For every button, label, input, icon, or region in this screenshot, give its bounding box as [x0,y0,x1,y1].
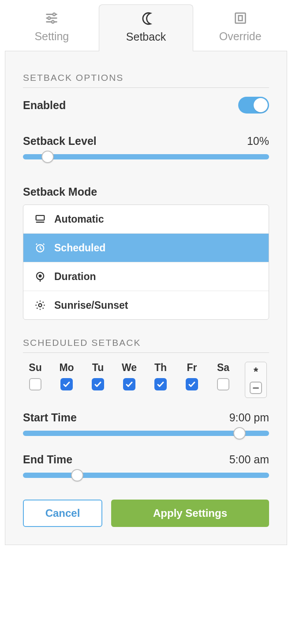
tab-override-label: Override [219,30,262,43]
mode-duration[interactable]: Duration [23,262,269,291]
svg-line-22 [43,308,44,309]
slider-track [23,473,269,478]
checkbox[interactable] [29,378,41,390]
slider-track [23,431,269,436]
mode-sunrise-sunset[interactable]: Sunrise/Sunset [23,291,269,319]
end-time-label: End Time [23,453,72,466]
start-time-slider[interactable] [23,427,269,440]
svg-point-14 [39,275,41,277]
end-time-row: End Time 5:00 am [23,453,269,466]
mode-label: Automatic [54,213,104,225]
apply-settings-button[interactable]: Apply Settings [111,500,269,527]
divider [23,352,269,353]
checkbox[interactable] [186,378,198,390]
day-label: Th [154,362,167,374]
divider [23,87,269,88]
day-su[interactable]: Su [23,362,48,390]
svg-point-1 [53,13,56,16]
mode-label: Sunrise/Sunset [54,299,128,311]
level-row: Setback Level 10% [23,135,269,148]
svg-rect-8 [36,216,45,220]
day-th[interactable]: Th [148,362,173,390]
enabled-label: Enabled [23,99,66,112]
setback-level-label: Setback Level [23,135,97,148]
tab-setback-label: Setback [126,30,166,43]
start-time-value: 9:00 pm [229,411,269,424]
tab-override[interactable]: Override [193,4,287,51]
automatic-icon [34,213,46,225]
enabled-row: Enabled [23,97,269,114]
checkbox[interactable] [154,378,167,390]
moon-icon [139,11,153,26]
svg-rect-6 [235,13,245,23]
svg-point-16 [39,304,42,307]
svg-point-3 [48,17,51,19]
end-time-value: 5:00 am [229,453,269,466]
start-time-label: Start Time [23,411,77,424]
select-all-days[interactable]: * [245,362,267,398]
day-fr[interactable]: Fr [180,362,204,390]
indeterminate-checkbox[interactable] [250,382,262,394]
day-we[interactable]: We [117,362,142,390]
duration-icon [34,270,46,283]
day-label: Su [29,362,41,374]
slider-thumb[interactable] [41,151,54,163]
day-label: We [122,362,137,374]
day-label: Tu [92,362,104,374]
action-buttons: Cancel Apply Settings [23,500,269,527]
mode-list: Automatic Scheduled Duration [23,205,269,320]
setback-level-slider[interactable] [23,150,269,163]
scheduled-icon [34,242,46,254]
tab-setting-label: Setting [34,30,69,43]
checkbox[interactable] [217,378,229,390]
svg-line-21 [37,302,37,303]
start-time-row: Start Time 9:00 pm [23,411,269,424]
mode-scheduled[interactable]: Scheduled [23,233,269,262]
day-label: Mo [59,362,74,374]
day-selector: Su Mo Tu We Th Fr [23,362,269,398]
toggle-knob [254,98,268,112]
slider-thumb[interactable] [233,427,246,439]
day-label: Sa [217,362,229,374]
setback-options-header: SETBACK OPTIONS [23,72,269,83]
slider-track [23,154,269,159]
slider-thumb[interactable] [71,469,83,481]
checkbox[interactable] [123,378,135,390]
svg-rect-7 [238,15,242,20]
svg-line-24 [37,308,37,309]
cancel-button[interactable]: Cancel [23,500,102,527]
checkbox[interactable] [92,378,104,390]
tab-setting[interactable]: Setting [5,4,99,51]
enabled-toggle[interactable] [238,97,269,114]
scheduled-setback-header: SCHEDULED SETBACK [23,337,269,348]
day-label: Fr [187,362,197,374]
day-sa[interactable]: Sa [211,362,236,390]
svg-line-23 [43,302,44,303]
mode-label: Scheduled [54,242,105,254]
mode-label: Duration [54,271,96,283]
day-tu[interactable]: Tu [86,362,110,390]
day-mo[interactable]: Mo [54,362,79,390]
tab-bar: Setting Setback Override [5,4,287,51]
panel-setback: SETBACK OPTIONS Enabled Setback Level 10… [5,51,287,545]
sliders-icon [44,11,59,26]
setback-level-value: 10% [247,135,269,148]
mode-automatic[interactable]: Automatic [23,205,269,233]
tab-setback[interactable]: Setback [99,4,194,51]
svg-point-5 [52,21,54,23]
svg-line-12 [40,248,42,249]
checkbox[interactable] [60,378,73,390]
sunrise-icon [34,299,46,311]
setback-mode-label: Setback Mode [23,186,269,198]
end-time-slider[interactable] [23,469,269,482]
override-icon [233,11,248,26]
asterisk-icon: * [254,366,258,377]
